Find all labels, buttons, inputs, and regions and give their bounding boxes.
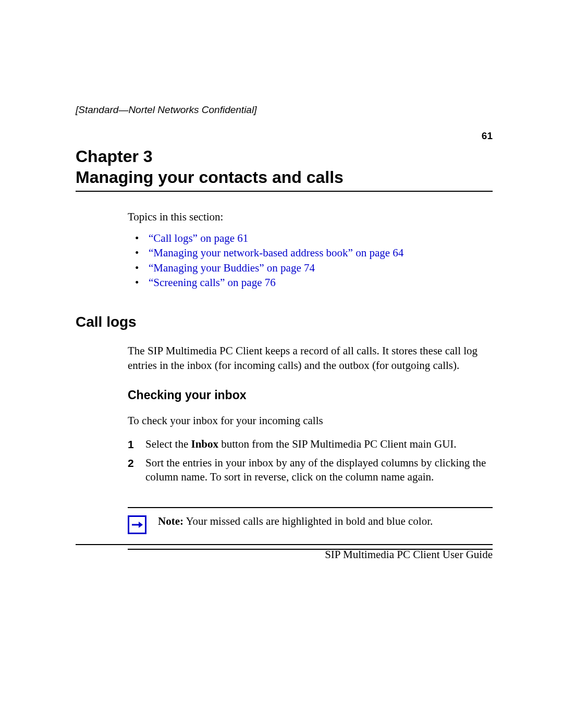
subsection-heading: Checking your inbox [128,388,493,402]
footer-text: SIP Multimedia PC Client User Guide [76,544,493,561]
step-number: 1 [128,437,134,451]
section-body: The SIP Multimedia PC Client keeps a rec… [128,344,493,550]
chapter-label: Chapter 3 [76,146,493,167]
page-footer: SIP Multimedia PC Client User Guide [76,544,493,561]
note-body: Your missed calls are highlighted in bol… [183,515,433,527]
note-block: Note: Your missed calls are highlighted … [128,507,493,550]
section-paragraph: The SIP Multimedia PC Client keeps a rec… [128,344,493,373]
step-text-pre: Sort the entries in your inbox by any of… [145,456,486,483]
chapter-title: Managing your contacts and calls [76,167,493,188]
step-text-pre: Select the [145,438,191,450]
arrow-right-icon [128,515,146,534]
page-number: 61 [76,130,493,142]
topic-link[interactable]: “Call logs” on page 61 [149,232,248,244]
topics-list: “Call logs” on page 61 “Managing your ne… [128,231,493,290]
subsection-intro: To check your inbox for your incoming ca… [128,414,493,428]
note-text: Note: Your missed calls are highlighted … [158,514,433,528]
steps-list: 1 Select the Inbox button from the SIP M… [128,437,493,484]
step-number: 2 [128,456,134,470]
chapter-heading-block: Chapter 3 Managing your contacts and cal… [76,146,493,192]
topics-intro: Topics in this section: [128,211,493,224]
svg-marker-1 [139,522,143,528]
step-item: 2 Sort the entries in your inbox by any … [128,456,493,485]
topics-block: Topics in this section: “Call logs” on p… [128,211,493,290]
step-item: 1 Select the Inbox button from the SIP M… [128,437,493,451]
topic-link[interactable]: “Managing your network-based address boo… [149,246,403,259]
step-text-bold: Inbox [191,438,218,450]
section-heading: Call logs [76,314,493,330]
document-page: [Standard—Nortel Networks Confidential] … [0,0,563,728]
note-lead: Note: [158,515,183,527]
topic-link[interactable]: “Managing your Buddies” on page 74 [149,262,315,274]
topic-link[interactable]: “Screening calls” on page 76 [149,276,276,289]
confidential-header: [Standard—Nortel Networks Confidential] [76,104,493,116]
step-text-post: button from the SIP Multimedia PC Client… [218,438,457,450]
